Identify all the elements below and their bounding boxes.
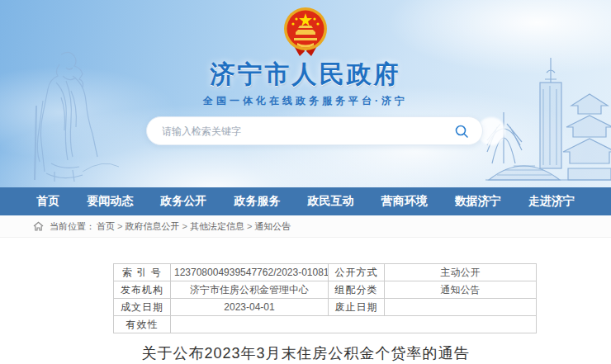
info-value-issue-date: 2023-04-01 — [171, 299, 329, 316]
breadcrumb-item-gov-info[interactable]: 政府信息公开 — [125, 220, 179, 233]
national-emblem — [282, 7, 329, 61]
nav-item-news[interactable]: 要闻动态 — [87, 194, 133, 209]
table-row: 有效性 — [114, 316, 537, 333]
breadcrumb-separator: > — [182, 221, 187, 231]
info-value-index: 123708004939547762/2023-01081 — [171, 264, 329, 281]
nav-item-interaction[interactable]: 政民互动 — [308, 194, 354, 209]
article-content: 索 引 号 123708004939547762/2023-01081 公开方式… — [0, 263, 611, 363]
info-label-repeal-date: 废止日期 — [329, 299, 385, 316]
search-bar — [146, 116, 483, 145]
nav-item-gov-services[interactable]: 政务服务 — [234, 194, 280, 209]
main-nav: 首页 要闻动态 政务公开 政务服务 政民互动 营商环境 数据济宁 走进济宁 — [0, 187, 611, 215]
info-value-category: 通知公告 — [385, 281, 537, 299]
breadcrumb: 当前位置： 首页 > 政府信息公开 > 其他法定信息 > 通知公告 — [0, 215, 611, 238]
info-value-validity — [171, 316, 537, 333]
article-title: 关于公布2023年3月末住房公积金个贷率的通告 — [0, 343, 611, 363]
info-label-issuing-org: 发布机构 — [114, 281, 171, 299]
site-title: 济宁市人民政府 — [0, 58, 611, 92]
home-icon[interactable] — [33, 221, 44, 231]
nav-item-data-jining[interactable]: 数据济宁 — [455, 194, 501, 209]
info-value-issuing-org: 济宁市住房公积金管理中心 — [171, 281, 329, 299]
nav-item-gov-disclosure[interactable]: 政务公开 — [160, 194, 206, 209]
breadcrumb-item-home[interactable]: 首页 — [97, 220, 115, 233]
table-row: 成文日期 2023-04-01 废止日期 — [114, 299, 537, 316]
nav-item-home[interactable]: 首页 — [36, 194, 59, 209]
info-label-category: 组配分类 — [329, 281, 385, 299]
site-header: 济宁市人民政府 全国一体化在线政务服务平台·济宁 — [0, 0, 611, 187]
info-label-open-method: 公开方式 — [329, 264, 385, 281]
search-button[interactable] — [452, 122, 471, 140]
info-label-validity: 有效性 — [114, 316, 171, 333]
search-input[interactable] — [162, 125, 452, 137]
info-label-issue-date: 成文日期 — [114, 299, 171, 316]
breadcrumb-separator: > — [117, 221, 122, 231]
info-value-repeal-date — [385, 299, 537, 316]
breadcrumb-separator: > — [247, 221, 252, 231]
search-icon — [454, 124, 469, 139]
info-value-open-method: 主动公开 — [385, 264, 537, 281]
table-row: 发布机构 济宁市住房公积金管理中心 组配分类 通知公告 — [114, 281, 537, 299]
nav-item-business-env[interactable]: 营商环境 — [381, 194, 428, 209]
info-table: 索 引 号 123708004939547762/2023-01081 公开方式… — [113, 263, 537, 333]
breadcrumb-item-other-legal[interactable]: 其他法定信息 — [190, 220, 244, 233]
site-subtitle: 全国一体化在线政务服务平台·济宁 — [0, 94, 611, 108]
table-row: 索 引 号 123708004939547762/2023-01081 公开方式… — [114, 264, 537, 281]
breadcrumb-item-notices[interactable]: 通知公告 — [254, 220, 291, 233]
nav-item-about-jining[interactable]: 走进济宁 — [528, 194, 575, 209]
breadcrumb-prefix: 当前位置： — [50, 220, 95, 233]
info-label-index: 索 引 号 — [114, 264, 171, 281]
